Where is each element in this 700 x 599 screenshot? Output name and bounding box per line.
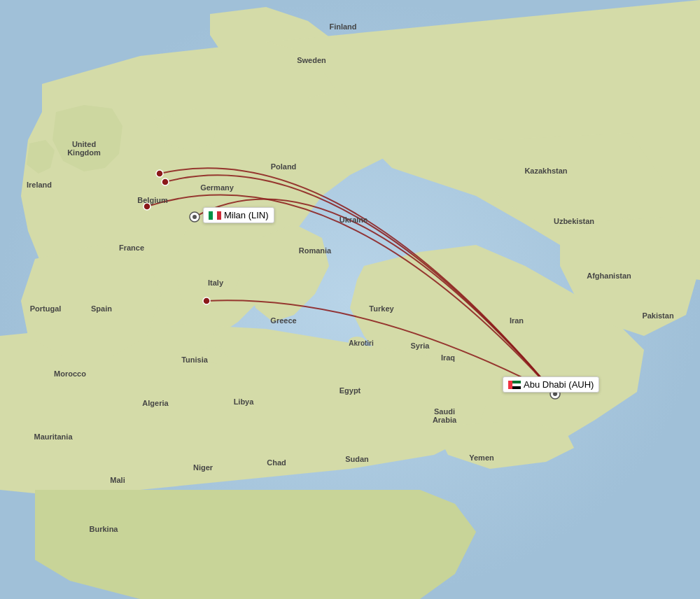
label-libya: Libya	[234, 397, 255, 406]
iberia-land	[21, 245, 161, 357]
label-france: France	[119, 244, 144, 252]
label-kazakhstan: Kazakhstan	[524, 167, 567, 175]
city-dot-brussels1	[156, 170, 163, 177]
city-dot-rome	[203, 297, 210, 304]
label-ukraine: Ukraine	[340, 216, 368, 224]
label-tunisia: Tunisia	[181, 355, 209, 364]
label-chad: Chad	[267, 458, 286, 467]
label-saudi: Saudi	[434, 407, 455, 416]
map-svg: Finland Sweden United Kingdom Ireland Be…	[0, 0, 700, 599]
label-uzbekistan: Uzbekistan	[554, 217, 594, 225]
label-iran: Iran	[510, 316, 524, 325]
label-egypt: Egypt	[340, 386, 361, 395]
label-ireland: Ireland	[27, 181, 52, 189]
label-portugal: Portugal	[30, 304, 62, 313]
label-italy: Italy	[208, 279, 224, 287]
milan-label: Milan (LIN)	[203, 207, 274, 223]
label-germany: Germany	[200, 183, 234, 192]
label-saudi2: Arabia	[433, 416, 457, 424]
label-yemen: Yemen	[469, 453, 494, 462]
label-sudan: Sudan	[345, 455, 369, 463]
uae-flag	[508, 381, 521, 389]
label-finland: Finland	[329, 22, 356, 31]
label-spain: Spain	[91, 304, 112, 313]
label-niger: Niger	[193, 463, 214, 472]
label-greece: Greece	[270, 316, 296, 325]
label-mauritania: Mauritania	[34, 432, 73, 441]
label-syria: Syria	[411, 341, 430, 350]
map-container: Finland Sweden United Kingdom Ireland Be…	[0, 0, 700, 599]
label-pakistan: Pakistan	[642, 311, 674, 320]
label-uk2: Kingdom	[67, 148, 101, 157]
label-iraq: Iraq	[441, 353, 455, 362]
label-belgium: Belgium	[137, 196, 168, 204]
label-burkina: Burkina	[90, 525, 119, 533]
abudhabi-label: Abu Dhabi (AUH)	[503, 376, 599, 393]
city-dot-brussels2	[162, 178, 169, 185]
milan-label-text: Milan (LIN)	[224, 210, 269, 220]
abudhabi-label-text: Abu Dhabi (AUH)	[524, 379, 594, 390]
label-poland: Poland	[271, 162, 297, 171]
label-afghanistan: Afghanistan	[587, 272, 631, 280]
label-turkey: Turkey	[369, 304, 394, 313]
sub-sahara-land	[35, 490, 476, 599]
label-mali: Mali	[110, 476, 125, 484]
label-uk: United	[72, 140, 96, 148]
label-algeria: Algeria	[142, 399, 169, 407]
label-romania: Romania	[299, 246, 332, 255]
city-dot-milan-inner	[192, 215, 197, 219]
label-morocco: Morocco	[54, 369, 86, 378]
label-akrotiri: Akrotiri	[349, 339, 374, 347]
italy-flag	[209, 211, 221, 220]
label-sweden: Sweden	[297, 56, 326, 64]
